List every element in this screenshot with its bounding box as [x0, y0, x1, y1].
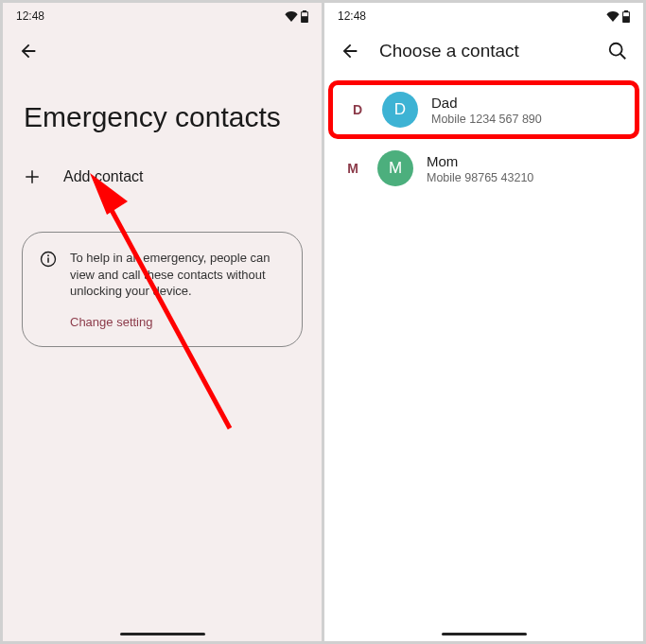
- nav-handle[interactable]: [442, 633, 527, 635]
- info-icon: [40, 251, 57, 268]
- choose-contact-screen: 12:48 Choose a contact D D Dad Mobile 12…: [324, 3, 643, 641]
- info-text: To help in an emergency, people can view…: [70, 250, 285, 300]
- wifi-icon: [606, 11, 620, 22]
- appbar: Choose a contact: [324, 29, 643, 73]
- contact-sub: Mobile 1234 567 890: [431, 113, 542, 126]
- clock: 12:48: [338, 9, 366, 23]
- svg-point-7: [610, 44, 622, 56]
- clock: 12:48: [16, 9, 44, 23]
- back-icon[interactable]: [18, 41, 39, 61]
- svg-rect-0: [302, 12, 307, 16]
- nav-handle[interactable]: [120, 633, 205, 635]
- contact-mom[interactable]: M M Mom Mobile 98765 43210: [328, 139, 639, 198]
- avatar-initial: M: [389, 159, 402, 178]
- svg-point-3: [47, 254, 49, 256]
- change-setting-link[interactable]: Change setting: [70, 315, 285, 329]
- svg-rect-2: [47, 258, 49, 263]
- contact-name: Mom: [427, 153, 533, 169]
- svg-line-8: [620, 54, 626, 60]
- appbar-title: Choose a contact: [379, 41, 519, 61]
- appbar: [3, 29, 322, 73]
- status-icons: [606, 10, 630, 23]
- section-letter: D: [346, 102, 369, 117]
- section-letter: M: [341, 161, 364, 176]
- battery-icon: [622, 10, 630, 23]
- svg-rect-6: [623, 12, 629, 16]
- avatar: M: [377, 150, 413, 186]
- search-icon[interactable]: [607, 41, 628, 61]
- add-contact-button[interactable]: Add contact: [3, 154, 322, 200]
- back-icon[interactable]: [340, 41, 360, 61]
- statusbar: 12:48: [324, 3, 643, 29]
- add-contact-label: Add contact: [63, 168, 144, 185]
- avatar: D: [382, 92, 418, 128]
- contact-sub: Mobile 98765 43210: [427, 171, 533, 184]
- battery-icon: [301, 10, 308, 23]
- wifi-icon: [285, 11, 298, 22]
- info-card: To help in an emergency, people can view…: [22, 232, 303, 347]
- status-icons: [285, 10, 308, 23]
- emergency-contacts-screen: 12:48 Emergency contacts Add contact To …: [3, 3, 322, 641]
- avatar-initial: D: [394, 100, 406, 119]
- contact-dad[interactable]: D D Dad Mobile 1234 567 890: [328, 80, 639, 139]
- statusbar: 12:48: [3, 3, 322, 29]
- page-title: Emergency contacts: [3, 73, 322, 154]
- contact-name: Dad: [431, 95, 542, 111]
- plus-icon: [24, 168, 41, 185]
